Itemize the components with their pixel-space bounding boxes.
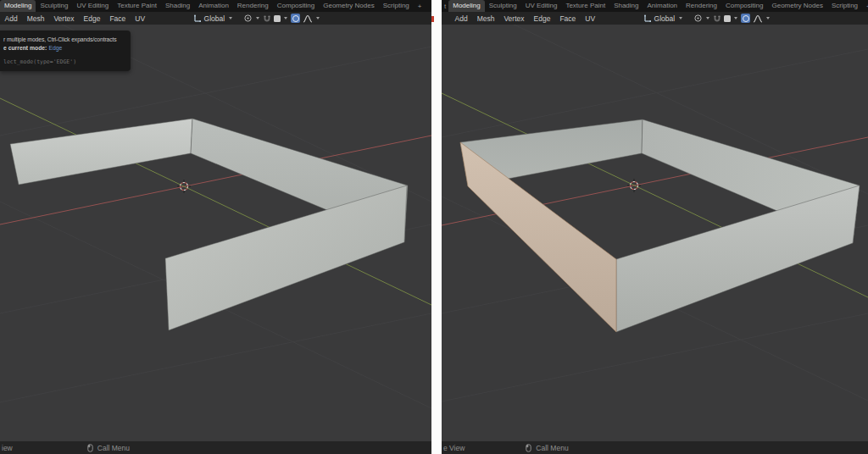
chevron-down-icon[interactable] [734, 17, 737, 19]
magnet-icon[interactable] [263, 14, 271, 23]
menu-add[interactable]: Add [450, 14, 472, 23]
chevron-down-icon[interactable] [284, 17, 287, 19]
menu-add[interactable]: Add [0, 14, 22, 23]
menu-uv[interactable]: UV [581, 14, 600, 23]
tab-shading[interactable]: Shading [609, 0, 643, 12]
menu-edge[interactable]: Edge [79, 14, 105, 23]
menu-face[interactable]: Face [105, 14, 131, 23]
tab-animation[interactable]: Animation [194, 0, 233, 12]
tab-geometry-nodes[interactable]: Geometry Nodes [767, 0, 826, 12]
tab-animation[interactable]: Animation [643, 0, 682, 12]
tab-texture-paint[interactable]: Texture Paint [561, 0, 609, 12]
tab-geometry-nodes[interactable]: Geometry Nodes [319, 0, 378, 12]
add-workspace-button[interactable]: + [414, 1, 426, 12]
screenshot-divider [431, 0, 442, 454]
tab-sculpting[interactable]: Sculpting [36, 0, 72, 12]
clipped-red-icon-fragment [431, 16, 434, 22]
tooltip-mode-label: e current mode: [3, 45, 47, 51]
tab-rendering[interactable]: Rendering [682, 0, 721, 12]
axes-gizmo-icon [192, 14, 201, 23]
workspace-tab-bar: Modeling Sculpting UV Editing Texture Pa… [0, 0, 431, 12]
menu-mesh[interactable]: Mesh [472, 14, 499, 23]
status-bar-right: e View Call Menu [442, 441, 868, 454]
chevron-down-icon[interactable] [316, 17, 320, 19]
tab-compositing[interactable]: Compositing [273, 0, 319, 12]
tab-uv-editing[interactable]: UV Editing [72, 0, 113, 12]
pivot-point-icon[interactable] [243, 14, 253, 23]
transform-orientation-dropdown[interactable]: Global [204, 14, 225, 23]
status-view-label: e View [443, 444, 465, 452]
tab-modeling[interactable]: Modeling [0, 0, 36, 12]
tab-sculpting[interactable]: Sculpting [485, 0, 521, 12]
status-call-menu-label: Call Menu [536, 444, 568, 452]
transform-orientation-dropdown[interactable]: Global [654, 14, 676, 23]
tab-scripting[interactable]: Scripting [827, 0, 862, 12]
falloff-smooth-curve-icon[interactable] [753, 14, 763, 23]
proportional-editing-toggle[interactable] [291, 14, 300, 23]
tooltip-select-mode: r multiple modes, Ctrl-Click expands/con… [0, 30, 131, 71]
viewport-3d-left[interactable] [0, 25, 431, 441]
blender-viewport-right: t Modeling Sculpting UV Editing Texture … [442, 0, 868, 454]
chevron-down-icon[interactable] [679, 17, 682, 19]
status-view-label: iew [2, 444, 13, 452]
square-swatch-icon[interactable] [724, 15, 731, 22]
chevron-down-icon[interactable] [229, 17, 232, 19]
chevron-down-icon[interactable] [706, 17, 709, 19]
add-workspace-button[interactable]: + [862, 1, 868, 12]
tab-shading[interactable]: Shading [161, 0, 194, 12]
status-call-menu-label: Call Menu [97, 444, 130, 452]
blender-viewport-left: Modeling Sculpting UV Editing Texture Pa… [0, 0, 431, 454]
workspace-tab-bar: t Modeling Sculpting UV Editing Texture … [442, 0, 868, 12]
square-swatch-icon[interactable] [274, 15, 281, 22]
tab-modeling[interactable]: Modeling [448, 0, 484, 12]
tooltip-line1: r multiple modes, Ctrl-Click expands/con… [3, 36, 117, 42]
clipped-tab-fragment: t [442, 1, 448, 12]
tool-header: Add Mesh Vertex Edge Face UV Global [442, 12, 868, 25]
chevron-down-icon[interactable] [766, 17, 770, 19]
falloff-smooth-curve-icon[interactable] [303, 14, 313, 23]
blue-circle-toggle-icon [743, 15, 749, 22]
menu-vertex[interactable]: Vertex [499, 14, 529, 23]
tab-compositing[interactable]: Compositing [721, 0, 767, 12]
tab-uv-editing[interactable]: UV Editing [521, 0, 562, 12]
magnet-icon[interactable] [713, 14, 721, 23]
mouse-icon [87, 444, 93, 452]
viewport-3d-right[interactable] [442, 25, 868, 441]
menu-vertex[interactable]: Vertex [49, 14, 79, 23]
menu-face[interactable]: Face [555, 14, 581, 23]
tooltip-mode-value: Edge [47, 45, 62, 51]
chevron-down-icon[interactable] [256, 17, 259, 19]
menu-uv[interactable]: UV [131, 14, 150, 23]
tooltip-mode-line: e current mode:Edge [3, 45, 62, 51]
menu-mesh[interactable]: Mesh [22, 14, 49, 23]
tooltip-python-line: lect_mode(type='EDGE') [3, 58, 76, 65]
menu-edge[interactable]: Edge [529, 14, 555, 23]
blue-circle-toggle-icon [292, 15, 299, 22]
tab-scripting[interactable]: Scripting [379, 0, 414, 12]
proportional-editing-toggle[interactable] [741, 14, 750, 23]
status-bar-left: iew Call Menu [0, 441, 431, 454]
axes-gizmo-icon [643, 14, 651, 23]
tool-header: Add Mesh Vertex Edge Face UV Global [0, 12, 431, 25]
pivot-point-icon[interactable] [693, 14, 703, 23]
tab-texture-paint[interactable]: Texture Paint [113, 0, 161, 12]
tab-rendering[interactable]: Rendering [233, 0, 273, 12]
mouse-icon [526, 444, 531, 452]
